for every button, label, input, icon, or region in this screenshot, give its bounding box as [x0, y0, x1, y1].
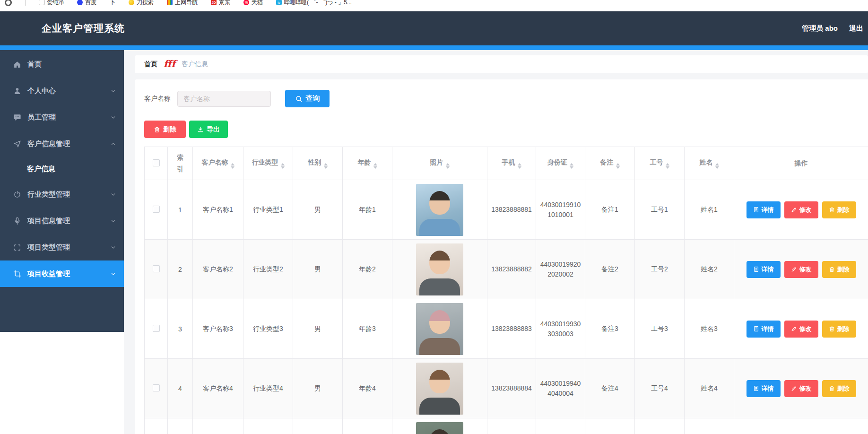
sort-desc-arrow — [324, 166, 328, 169]
bulk-delete-button[interactable]: 删除 — [144, 121, 186, 138]
sort-caret-icon[interactable] — [715, 163, 719, 169]
detail-button[interactable]: 详情 — [746, 380, 781, 397]
bookmark-item[interactable]: 京东 — [211, 0, 230, 7]
column-header-id_card[interactable]: 身份证 — [536, 147, 585, 180]
cell-name: 客户名称1 — [193, 180, 243, 240]
sidebar-item-项目信息管理[interactable]: 项目信息管理 — [0, 208, 124, 234]
sort-caret-icon[interactable] — [373, 163, 377, 169]
cell-id-card: 440300199404040004 — [536, 359, 585, 418]
photo-torso — [419, 338, 460, 355]
send-icon — [13, 140, 21, 148]
sort-caret-icon[interactable] — [518, 163, 521, 169]
edit-button[interactable]: 修改 — [784, 201, 818, 218]
cell-id-card: 440300199303030003 — [536, 299, 585, 359]
edit-button[interactable]: 修改 — [784, 380, 818, 397]
detail-button[interactable]: 详情 — [746, 261, 781, 278]
column-header-industry[interactable]: 行业类型 — [243, 147, 293, 180]
row-delete-button[interactable]: 删除 — [822, 321, 856, 338]
column-header-gender[interactable]: 性别 — [293, 147, 343, 180]
cell-index: 1 — [168, 180, 193, 240]
sidebar-item-客户信息管理[interactable]: 客户信息管理 — [0, 130, 124, 157]
table-body: 1客户名称1行业类型1男年龄11382388888144030019910101… — [145, 180, 868, 434]
column-header-age[interactable]: 年龄 — [343, 147, 392, 180]
cell-name: 客户名称3 — [193, 299, 243, 359]
select-all-checkbox[interactable] — [153, 159, 160, 166]
bookmark-label: 天猫 — [252, 0, 263, 7]
cell-phone-value: 13823888882 — [491, 264, 532, 274]
sidebar-item-个人中心[interactable]: 个人中心 — [0, 78, 124, 104]
sort-desc-arrow — [231, 166, 234, 169]
breadcrumb-home-link[interactable]: 首页 — [144, 60, 157, 69]
table-row: 2客户名称2行业类型2男年龄21382388888244030019920202… — [145, 240, 868, 299]
bookmark-item[interactable]: 卜 — [110, 0, 115, 7]
sort-caret-icon[interactable] — [446, 163, 450, 169]
bookmark-item[interactable]: 刀搜索 — [129, 0, 154, 7]
bookmark-label: 上网导航 — [175, 0, 198, 7]
document-icon — [753, 326, 759, 332]
row-checkbox[interactable] — [153, 325, 160, 332]
breadcrumb: 首页 fff 客户信息 — [135, 55, 868, 73]
row-delete-button[interactable]: 删除 — [822, 261, 856, 278]
sort-caret-icon[interactable] — [570, 163, 573, 169]
sidebar-item-项目收益管理[interactable]: 项目收益管理 — [0, 260, 124, 287]
bookmark-item[interactable]: 爱纯净 — [39, 0, 64, 7]
detail-button-label: 详情 — [762, 384, 774, 393]
table-row: 1客户名称1行业类型1男年龄11382388888144030019910101… — [145, 180, 868, 240]
column-header-name[interactable]: 客户名称 — [193, 147, 243, 180]
column-header-person_name[interactable]: 姓名 — [685, 147, 734, 180]
sidebar-item-员工管理[interactable]: 员工管理 — [0, 104, 124, 130]
photo-torso — [419, 398, 460, 415]
page-icon — [39, 0, 44, 5]
sidebar-item-首页[interactable]: 首页 — [0, 51, 124, 78]
column-header-note[interactable]: 备注 — [585, 147, 635, 180]
cell-photo — [392, 180, 487, 240]
sort-caret-icon[interactable] — [666, 163, 669, 169]
detail-button[interactable]: 详情 — [746, 201, 781, 218]
column-header-job_no[interactable]: 工号 — [635, 147, 685, 180]
column-header-select[interactable] — [145, 147, 168, 180]
cell-id-card-value: 440300199404040004 — [539, 379, 582, 399]
sidebar-item-行业类型管理[interactable]: 行业类型管理 — [0, 181, 124, 208]
sidebar-item-label: 行业类型管理 — [27, 190, 70, 199]
cell-id-card: 440300199202020002 — [536, 240, 585, 299]
bookmark-item[interactable]: 上网导航 — [167, 0, 198, 7]
row-delete-button[interactable]: 删除 — [822, 380, 856, 397]
row-checkbox[interactable] — [153, 206, 160, 213]
cell-industry: 行业类型2 — [243, 240, 293, 299]
column-header-photo[interactable]: 照片 — [392, 147, 487, 180]
sidebar-item-label: 员工管理 — [27, 113, 56, 122]
bookmark-item[interactable]: 天猫 — [243, 0, 263, 7]
chevron-up-icon — [110, 141, 116, 147]
sort-caret-icon[interactable] — [324, 163, 328, 169]
bookmark-label: 卜 — [110, 0, 115, 7]
logout-link[interactable]: 退出 — [849, 24, 863, 33]
cell-phone: 13823888881 — [487, 180, 536, 240]
bookmark-item[interactable]: 哔哩哔哩( ゜- ゜)つ - 」5... — [276, 0, 352, 7]
sidebar-subitem-客户信息[interactable]: 客户信息 — [0, 157, 124, 181]
cell-person-name: 姓名2 — [685, 240, 734, 299]
sort-caret-icon[interactable] — [281, 163, 285, 169]
cell-name: 客户名称2 — [193, 240, 243, 299]
row-checkbox[interactable] — [153, 384, 160, 391]
edit-button[interactable]: 修改 — [784, 261, 818, 278]
row-delete-button[interactable]: 删除 — [822, 201, 856, 218]
export-button[interactable]: 导出 — [189, 121, 228, 138]
cell-id-card-value: 440300199101010001 — [539, 200, 582, 220]
bilibili-icon — [276, 0, 282, 5]
column-header-phone[interactable]: 手机 — [487, 147, 536, 180]
bookmark-item[interactable]: 百度 — [77, 0, 96, 7]
sort-asc-arrow — [518, 163, 521, 165]
column-label: 姓名 — [700, 158, 713, 166]
sort-caret-icon[interactable] — [616, 163, 620, 169]
query-button[interactable]: 查询 — [285, 90, 330, 107]
sidebar-item-项目类型管理[interactable]: 项目类型管理 — [0, 234, 124, 260]
cell-index: 4 — [168, 359, 193, 418]
browser-menu-icon[interactable] — [5, 0, 12, 6]
sort-caret-icon[interactable] — [231, 163, 234, 169]
search-row: 客户名称 查询 — [144, 90, 868, 107]
edit-button[interactable]: 修改 — [784, 321, 818, 338]
customer-name-input[interactable] — [177, 91, 271, 107]
row-checkbox[interactable] — [153, 265, 160, 272]
detail-button[interactable]: 详情 — [746, 321, 781, 338]
chevron-down-icon — [110, 271, 116, 277]
